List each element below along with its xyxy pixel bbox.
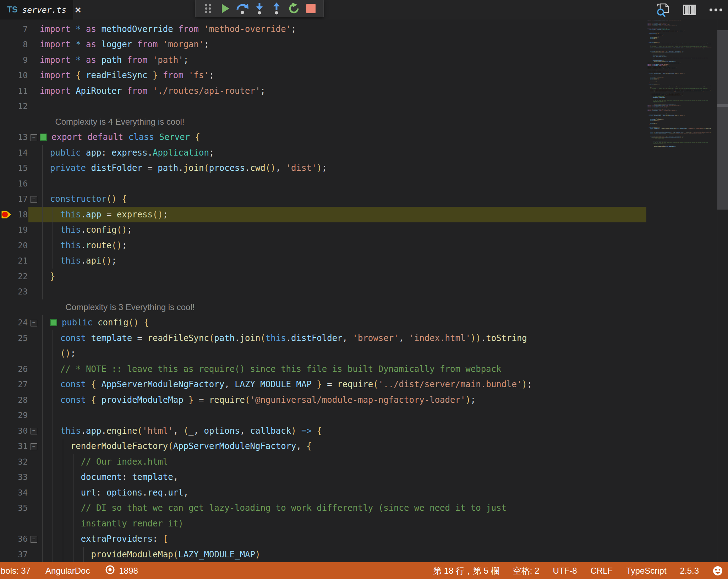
breakpoint-current-line-icon[interactable] xyxy=(0,207,13,222)
breakpoint-gutter[interactable] xyxy=(0,191,13,207)
breakpoint-gutter[interactable] xyxy=(0,21,13,37)
line-number[interactable]: 31 xyxy=(13,442,28,451)
fold-icon[interactable]: − xyxy=(28,134,40,141)
code-line-content[interactable]: extraProviders: [ xyxy=(40,534,168,544)
line-number[interactable]: 9 xyxy=(13,55,28,65)
line-number[interactable]: 27 xyxy=(13,380,28,389)
breakpoint-gutter[interactable] xyxy=(0,470,13,485)
statusbar-cursor-position[interactable]: 第 18 行，第 5 欄 xyxy=(433,565,499,577)
breakpoint-gutter[interactable] xyxy=(0,299,13,315)
codelens-complexity-link[interactable]: Complexity is 4 Everything is cool! xyxy=(55,117,184,127)
line-number[interactable]: 17 xyxy=(13,194,28,204)
code-line-content[interactable]: import ApiRouter from './routes/api-rout… xyxy=(40,86,266,96)
statusbar-symbols-count[interactable]: bols: 37 xyxy=(1,566,31,576)
breakpoint-gutter[interactable] xyxy=(0,52,13,68)
code-line-content[interactable]: import * as methodOverride from 'method-… xyxy=(40,24,296,34)
code-line-content[interactable]: } xyxy=(40,271,55,281)
line-number[interactable]: 14 xyxy=(13,148,28,157)
scrollbar-thumb[interactable] xyxy=(717,30,728,210)
code-line-content[interactable]: import * as path from 'path'; xyxy=(40,55,188,65)
code-line-content[interactable]: import * as logger from 'morgan'; xyxy=(40,39,209,49)
close-icon[interactable]: × xyxy=(75,5,81,15)
code-line-content[interactable]: // Our index.html xyxy=(40,457,168,467)
line-number[interactable]: 15 xyxy=(13,163,28,173)
breakpoint-gutter[interactable] xyxy=(0,315,13,331)
code-line-content[interactable]: renderModuleFactory(AppServerModuleNgFac… xyxy=(40,441,312,451)
line-number[interactable]: 30 xyxy=(13,426,28,435)
line-number[interactable]: 19 xyxy=(13,225,28,234)
code-line-content[interactable]: const { provideModuleMap } = require('@n… xyxy=(40,395,476,405)
breakpoint-gutter[interactable] xyxy=(0,454,13,470)
breakpoint-gutter[interactable] xyxy=(0,346,13,362)
code-line-content[interactable]: export default class Server { xyxy=(40,132,200,142)
step-over-button[interactable] xyxy=(236,1,249,16)
code-line-content[interactable]: (); xyxy=(40,348,76,358)
fold-icon[interactable]: − xyxy=(28,535,40,543)
code-line-content[interactable]: this.route(); xyxy=(40,240,127,250)
breakpoint-gutter[interactable] xyxy=(0,83,13,99)
code-line-content[interactable]: const template = readFileSync(path.join(… xyxy=(40,333,527,343)
line-number[interactable]: 23 xyxy=(13,287,28,296)
code-line-content[interactable]: // * NOTE :: leave this as require() sin… xyxy=(40,364,501,374)
breakpoint-gutter[interactable] xyxy=(0,439,13,454)
breakpoint-gutter[interactable] xyxy=(0,37,13,53)
breakpoint-gutter[interactable] xyxy=(0,269,13,284)
editor-tab[interactable]: TS server.ts × xyxy=(0,0,73,20)
breakpoint-gutter[interactable] xyxy=(0,161,13,176)
code-line-content[interactable]: public config() { xyxy=(40,318,149,328)
split-editor-icon[interactable] xyxy=(683,3,696,17)
breakpoint-gutter[interactable] xyxy=(0,68,13,83)
code-line-content[interactable]: this.config(); xyxy=(40,225,132,235)
line-number[interactable]: 34 xyxy=(13,488,28,497)
breakpoint-gutter[interactable] xyxy=(0,377,13,393)
line-number[interactable]: 16 xyxy=(13,179,28,188)
codelens-text[interactable]: Complexity is 4 Everything is cool! xyxy=(40,117,185,127)
statusbar-watch-count[interactable]: 1898 xyxy=(105,564,138,577)
breakpoint-gutter[interactable] xyxy=(0,253,13,269)
breakpoint-gutter[interactable] xyxy=(0,238,13,253)
line-number[interactable]: 36 xyxy=(13,534,28,543)
breakpoint-gutter[interactable] xyxy=(0,222,13,238)
codelens-complexity-link[interactable]: Complexity is 3 Everything is cool! xyxy=(65,302,195,312)
statusbar-language-mode[interactable]: TypeScript xyxy=(626,566,666,576)
step-out-button[interactable] xyxy=(270,1,283,16)
line-number[interactable]: 12 xyxy=(13,102,28,111)
codelens-text[interactable]: Complexity is 3 Everything is cool! xyxy=(40,302,195,312)
code-line-content[interactable]: provideModuleMap(LAZY_MODULE_MAP) xyxy=(40,550,260,559)
drag-handle-icon[interactable] xyxy=(201,1,215,16)
code-line-content[interactable]: url: options.req.url, xyxy=(40,488,188,498)
breakpoint-gutter[interactable] xyxy=(0,130,13,145)
statusbar-version[interactable]: 2.5.3 xyxy=(680,566,699,576)
line-number[interactable]: 20 xyxy=(13,241,28,250)
line-number[interactable]: 7 xyxy=(13,25,28,34)
code-line-content[interactable]: constructor() { xyxy=(40,194,127,204)
scrollbar[interactable] xyxy=(717,20,728,562)
code-line-content[interactable]: this.app.engine('html', (_, options, cal… xyxy=(40,426,322,436)
line-number[interactable]: 37 xyxy=(13,550,28,559)
breakpoint-gutter[interactable] xyxy=(0,99,13,114)
line-number[interactable]: 8 xyxy=(13,40,28,49)
statusbar-angulardoc[interactable]: AngularDoc xyxy=(45,566,90,576)
breakpoint-gutter[interactable] xyxy=(0,284,13,300)
line-number[interactable]: 25 xyxy=(13,334,28,343)
restart-button[interactable] xyxy=(287,1,301,16)
open-preview-icon[interactable] xyxy=(656,3,670,17)
code-line-content[interactable]: private distFolder = path.join(process.c… xyxy=(40,163,327,173)
minimap[interactable]: import * as methodOverride from 'method-… xyxy=(647,20,717,562)
stop-button[interactable] xyxy=(304,1,318,16)
breakpoint-gutter[interactable] xyxy=(0,361,13,377)
code-line-content[interactable]: document: template, xyxy=(40,472,178,482)
line-number[interactable]: 21 xyxy=(13,256,28,265)
fold-icon[interactable]: − xyxy=(28,195,40,203)
line-number[interactable]: 11 xyxy=(13,86,28,96)
line-number[interactable]: 33 xyxy=(13,472,28,482)
fold-icon[interactable]: − xyxy=(28,427,40,434)
line-number[interactable]: 18 xyxy=(13,210,28,219)
line-number[interactable]: 28 xyxy=(13,395,28,405)
breakpoint-gutter[interactable] xyxy=(0,485,13,500)
code-line-content[interactable]: this.api(); xyxy=(40,256,117,266)
statusbar-indentation[interactable]: 空格: 2 xyxy=(513,565,540,577)
breakpoint-gutter[interactable] xyxy=(0,330,13,346)
breakpoint-gutter[interactable] xyxy=(0,408,13,423)
line-number[interactable]: 29 xyxy=(13,411,28,420)
